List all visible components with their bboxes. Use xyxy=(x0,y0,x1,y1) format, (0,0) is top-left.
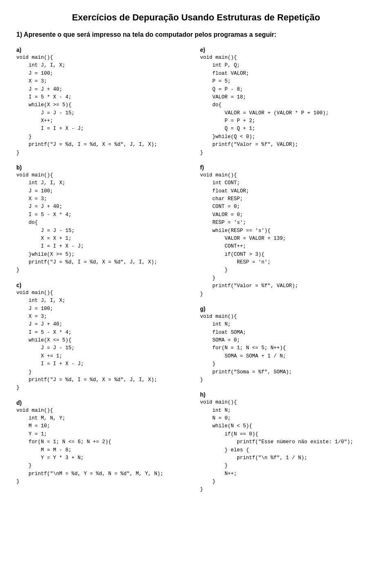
code-label-a: a) xyxy=(16,47,192,53)
code-label-e: e) xyxy=(200,47,376,53)
code-block-b: b) void main(){ int J, I, X; J = 100; X … xyxy=(16,164,192,274)
code-label-g: g) xyxy=(200,306,376,312)
code-label-b: b) xyxy=(16,164,192,171)
code-label-f: f) xyxy=(200,164,376,171)
code-content-b: void main(){ int J, I, X; J = 100; X = 3… xyxy=(16,172,192,274)
code-content-c: void main(){ int J, I, X; J = 100; X = 3… xyxy=(16,289,192,392)
page-title: Exercícios de Depuração Usando Estrutura… xyxy=(16,12,376,23)
code-block-d: d) void main(){ int M, N, Y; M = 10; Y =… xyxy=(16,399,192,486)
subtitle: 1) Apresente o que será impresso na tela… xyxy=(16,31,376,38)
code-block-c: c) void main(){ int J, I, X; J = 100; X … xyxy=(16,282,192,392)
code-content-d: void main(){ int M, N, Y; M = 10; Y = 1;… xyxy=(16,407,192,486)
code-block-e: e) void main(){ int P, Q; float VALOR; P… xyxy=(200,47,376,157)
code-content-g: void main(){ int N; float SOMA; SOMA = 0… xyxy=(200,313,376,384)
code-label-c: c) xyxy=(16,282,192,288)
code-content-a: void main(){ int J, I, X; J = 100; X = 3… xyxy=(16,54,192,157)
code-label-h: h) xyxy=(200,391,376,398)
code-block-f: f) void main(){ int CONT; float VALOR; c… xyxy=(200,164,376,298)
code-content-f: void main(){ int CONT; float VALOR; char… xyxy=(200,172,376,298)
code-block-a: a) void main(){ int J, I, X; J = 100; X … xyxy=(16,47,192,157)
code-label-d: d) xyxy=(16,399,192,406)
code-content-e: void main(){ int P, Q; float VALOR; P = … xyxy=(200,54,376,157)
code-block-h: h) void main(){ int N; N = 0; while(N < … xyxy=(200,391,376,494)
code-content-h: void main(){ int N; N = 0; while(N < 5){… xyxy=(200,399,376,494)
code-block-g: g) void main(){ int N; float SOMA; SOMA … xyxy=(200,306,376,384)
